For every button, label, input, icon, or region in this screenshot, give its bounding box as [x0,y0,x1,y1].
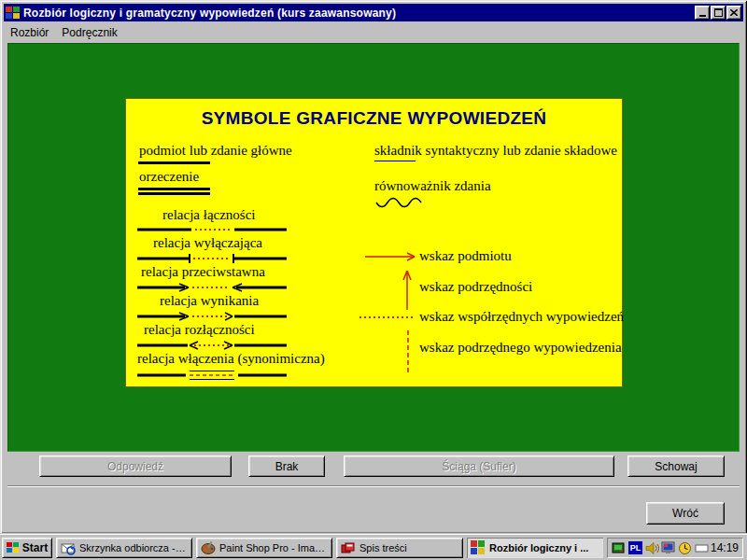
volume-icon[interactable] [644,540,659,555]
taskbar-item-spis-tresci[interactable]: Spis treści [336,538,463,558]
legend-item-label: składnik syntaktyczny lub zdanie składow… [374,143,621,159]
app-window-icon[interactable] [6,7,20,20]
divider [7,485,740,487]
start-label: Start [22,541,48,554]
double-underline-symbol [138,188,210,195]
single-underline-symbol [138,161,210,164]
legend-item-label: relacja wynikania [160,293,361,309]
legend-item-label: podmiot lub zdanie główne [139,143,361,159]
menubar: Rozbiór Podręcznik [4,23,743,41]
taskbar-item-inbox[interactable]: Skrzynka odbiorcza - O... [56,538,192,558]
legend-item-label: równoważnik zdania [374,178,621,194]
tray-app-icon[interactable] [612,540,627,555]
titlebar: Rozbiór logiczny i gramatyczny wypowiedz… [4,4,743,21]
legend-item-label: wskaz podrzędnego wypowiedzenia [419,340,622,356]
taskbar-item-rozbior-active[interactable]: Rozbiór logiczny i ... [467,538,603,558]
window-title: Rozbiór logiczny i gramatyczny wypowiedz… [23,7,396,20]
app-icon [471,540,486,555]
red-dotted-line-symbol [359,315,414,319]
display-settings-icon[interactable] [661,540,676,555]
keyboard-layout-indicator[interactable]: PL [628,541,643,554]
taskbar-item-label: Paint Shop Pro - Image6 [219,542,328,553]
taskbar: Start Skrzynka odbiorcza - O... Paint Sh… [0,534,747,560]
taskbar-item-label: Spis treści [359,542,407,553]
schowaj-button[interactable]: Schowaj [627,455,725,477]
taskbar-item-label: Rozbiór logiczny i ... [489,542,588,553]
minimize-button[interactable] [695,6,710,20]
red-dashed-vertical-symbol [406,330,410,373]
maximize-icon [714,8,723,17]
legend-row: składnik syntaktyczny lub zdanie składow… [359,143,621,161]
arrows-outward-symbol [137,340,287,351]
legend-panel: SYMBOLE GRAFICZNE WYPOWIEDZEŃ podmiot lu… [125,98,623,387]
odpowiedz-button[interactable]: Odpowiedź [39,455,232,477]
legend-item-label: relacja wyłączająca [153,235,361,251]
legend-item-label: relacja przeciwstawna [141,264,361,280]
legend-title: SYMBOLE GRAFICZNE WYPOWIEDZEŃ [126,108,622,129]
red-arrow-up-symbol [401,267,414,310]
menu-podrecznik[interactable]: Podręcznik [55,24,123,41]
legend-item-label: relacja łączności [162,207,361,223]
legend-item-label: wskaz podmiotu [419,248,512,264]
short-underline-symbol [374,161,416,161]
wroc-button[interactable]: Wróć [646,502,725,525]
window-controls [695,6,741,20]
system-tray: PL [607,538,743,558]
wavy-line-symbol [374,196,427,209]
palette-icon [201,540,216,555]
legend-left-column: podmiot lub zdanie główne orzeczenie rel… [137,143,361,382]
arrows-inward-symbol [137,282,287,293]
red-arrow-right-symbol [365,251,419,262]
legend-item-label: orzeczenie [139,169,361,185]
menu-rozbior[interactable]: Rozbiór [4,24,55,41]
taskbar-item-paintshoppro[interactable]: Paint Shop Pro - Image6 [196,538,332,558]
windows-logo-icon [7,542,20,554]
legend-item-label: relacja włączenia (synonimiczna) [137,351,361,367]
legend-row: równoważnik zdania [359,178,621,209]
close-button[interactable] [726,6,741,20]
inbox-icon [61,540,76,555]
taskbar-clock: 14:19 [711,541,739,554]
solid-dotted-solid-symbol [137,225,287,234]
app-window: Rozbiór logiczny i gramatyczny wypowiedz… [0,0,747,534]
legend-item-label: wskaz podrzędności [419,279,532,295]
arrows-right-symbol [137,311,287,322]
legend-item-label: wskaz współrzędnych wypowiedzeń [419,309,624,325]
power-meter-icon[interactable] [694,540,709,555]
start-button[interactable]: Start [2,538,52,558]
sciaga-button[interactable]: Ściąga (Sufler) [344,455,614,477]
minimize-icon [699,15,706,17]
close-icon [730,9,738,16]
maximize-button[interactable] [711,6,726,20]
scheduler-clock-icon[interactable] [678,540,693,555]
taskbar-item-label: Skrzynka odbiorcza - O... [79,542,188,553]
brak-button[interactable]: Brak [248,455,325,477]
client-area: SYMBOLE GRAFICZNE WYPOWIEDZEŃ podmiot lu… [7,43,740,452]
solid-bar-dotted-bar-symbol [137,253,287,264]
book-icon [341,540,356,555]
legend-item-label: relacja rozłączności [144,322,361,338]
double-rail-red-dashed-symbol [137,370,287,382]
